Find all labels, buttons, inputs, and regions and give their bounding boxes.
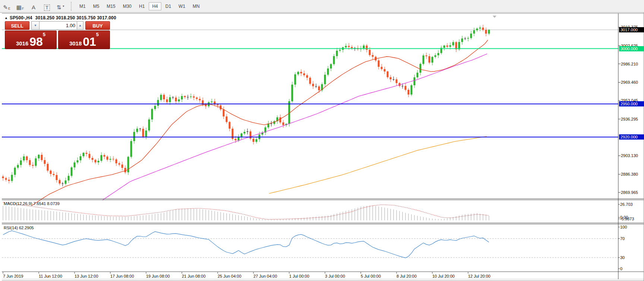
one-click-trading-panel: SELL ▼ ▲ BUY 3016 98 5 3018 01 5 [5,21,110,49]
volume-input[interactable] [40,21,77,30]
price-axis-zone[interactable] [619,13,644,272]
sell-price-sup: 5 [43,32,45,37]
sell-price-big: 98 [29,36,43,47]
ma-slow-orange [269,136,487,194]
sell-price-prefix: 3016 [16,40,28,47]
volume-up-icon[interactable]: ▲ [77,21,83,30]
sell-button[interactable]: SELL [5,21,29,30]
time-axis-zone[interactable] [0,272,618,281]
buy-price-prefix: 3018 [69,40,82,47]
chart-title: ▲SP500-,H43018.250 3018.250 3015.750 301… [4,15,116,20]
macd-signal-line [3,202,488,219]
chart-shift-marker-icon[interactable] [493,16,496,18]
ma-fast-red [32,40,488,206]
buy-price-sup: 5 [96,32,99,37]
ohlc-values: 3018.250 3018.250 3015.750 3017.000 [35,15,116,20]
volume-dropdown-icon[interactable]: ▼ [31,21,40,30]
macd-label: MACD(12,26,9) 7.6541 8.0739 [4,201,60,206]
buy-button[interactable]: BUY [85,21,110,30]
buy-price-box[interactable]: 3018 01 5 [58,31,110,49]
rsi-line [3,231,489,258]
collapse-arrow-icon[interactable]: ▲ [4,16,8,20]
sell-price-box[interactable]: 3016 98 5 [5,31,57,49]
buy-price-big: 01 [83,36,96,47]
trading-terminal-window: ✎E▦FAT⇅▾ M1M5M15M30H1H4D1W1MN ▲SP500-,H4… [0,0,644,281]
rsi-label: RSI(14) 62.2905 [4,226,34,230]
symbol-period-label: SP500-,H4 [10,15,32,20]
